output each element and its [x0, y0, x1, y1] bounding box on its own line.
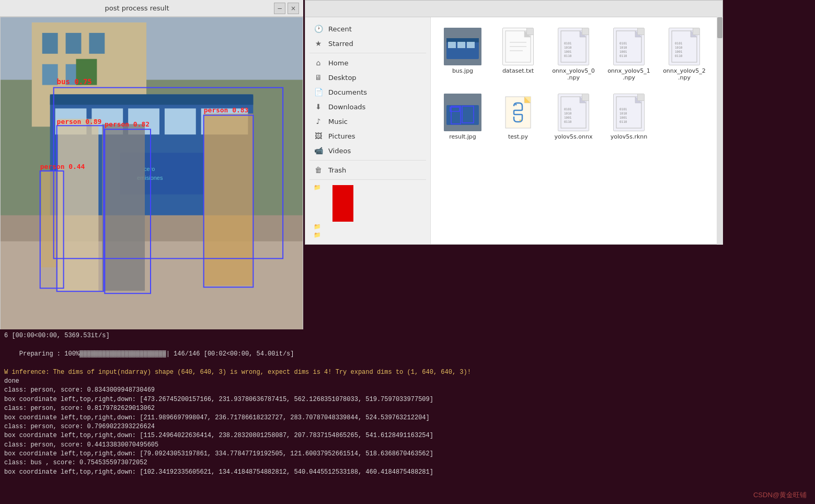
minimize-button[interactable]: −: [274, 3, 285, 14]
svg-text:1010: 1010: [564, 45, 572, 49]
svg-text:0101: 0101: [619, 41, 627, 45]
sidebar-separator-2: [309, 160, 426, 161]
terminal-class-4: class: person, score: 0.4413383007049560…: [4, 441, 811, 450]
svg-text:1010: 1010: [675, 45, 683, 49]
svg-rect-37: [446, 38, 479, 42]
svg-text:bus  0.75: bus 0.75: [57, 77, 92, 86]
terminal: 6 [00:00<00:00, 5369.53it/s] Preparing :…: [0, 329, 815, 504]
file-item-rknn[interactable]: 0101 1010 1001 0110 yolov5s.rknn: [605, 91, 652, 142]
file-grid: bus.jpg dataset.txt: [431, 17, 722, 244]
file-item-onnx[interactable]: 0101 1010 1001 0110 yolov5s.onnx: [550, 91, 597, 142]
svg-text:1001: 1001: [564, 116, 572, 119]
sidebar-item-documents[interactable]: 📄 Documents: [305, 85, 430, 99]
file-item-npy2[interactable]: 0101 1010 1001 0110 onnx_yolov5_2.npy: [661, 26, 708, 83]
svg-marker-80: [580, 97, 586, 103]
sidebar-item-downloads[interactable]: ⬇ Downloads: [305, 99, 430, 114]
file-name-onnx: yolov5s.onnx: [555, 133, 593, 140]
sidebar-item-home[interactable]: ⌂ Home: [305, 55, 430, 70]
svg-text:0101: 0101: [619, 107, 627, 111]
svg-point-76: [515, 104, 517, 106]
sidebar-item-videos[interactable]: 📹 Videos: [305, 143, 430, 158]
fm-scrollbar[interactable]: [717, 17, 723, 245]
file-manager-body: 🕐 Recent ★ Starred ⌂ Home 🖥 Desktop 📄 Do…: [305, 17, 722, 244]
sidebar-label-home: Home: [328, 59, 348, 67]
file-item-bus-jpg[interactable]: bus.jpg: [439, 26, 486, 83]
sidebar-red-square-area: 📁: [305, 182, 430, 222]
sidebar-item-starred[interactable]: ★ Starred: [305, 36, 430, 51]
file-item-test-py[interactable]: test.py: [495, 91, 542, 142]
sidebar-item-trash[interactable]: 🗑 Trash: [305, 163, 430, 177]
csdn-watermark: CSDN@黄金旺铺: [753, 490, 807, 500]
svg-text:person 0.82: person 0.82: [105, 120, 150, 128]
terminal-box-3: box coordinate left,top,right,down: [115…: [4, 431, 811, 440]
svg-text:0101: 0101: [675, 41, 683, 45]
svg-text:1010: 1010: [619, 45, 627, 49]
svg-text:0110: 0110: [619, 120, 627, 123]
window-title: post process result: [0, 4, 274, 12]
svg-rect-40: [467, 42, 475, 48]
sidebar-item-recent[interactable]: 🕐 Recent: [305, 21, 430, 36]
terminal-line-1: 6 [00:00<00:00, 5369.53it/s]: [4, 331, 811, 340]
svg-marker-87: [635, 97, 641, 103]
file-icon-dataset: [502, 28, 534, 65]
file-name-test-py: test.py: [508, 133, 528, 140]
terminal-warning-line: W inference: The dims of input(ndarray) …: [4, 368, 811, 377]
file-item-npy0[interactable]: 0101 1010 1001 0110 onnx_yolov5_0.npy: [550, 26, 597, 83]
sidebar-label-music: Music: [328, 118, 348, 125]
file-item-result-jpg[interactable]: result.jpg: [439, 91, 486, 142]
svg-rect-38: [448, 42, 456, 48]
close-button[interactable]: ×: [288, 3, 299, 14]
svg-text:0110: 0110: [564, 120, 572, 123]
file-name-npy0: onnx_yolov5_0.npy: [552, 67, 595, 81]
file-thumb-result: [444, 94, 481, 131]
svg-text:0101: 0101: [564, 41, 572, 45]
home-icon: ⌂: [314, 59, 323, 67]
svg-rect-3: [42, 33, 58, 54]
file-manager-header: [305, 1, 722, 17]
file-icon-npy0: 0101 1010 1001 0110: [558, 28, 589, 65]
terminal-class-5: class: bus , score: 0.7545355973072052: [4, 459, 811, 467]
title-bar: post process result − ×: [0, 0, 303, 17]
terminal-box-4: box coordinate left,top,right,down: [79.…: [4, 450, 811, 459]
file-name-bus-jpg: bus.jpg: [452, 67, 473, 74]
svg-text:person 0.83: person 0.83: [204, 106, 249, 114]
sidebar-label-documents: Documents: [328, 88, 367, 96]
terminal-progress-line: Preparing : 100%▓▓▓▓▓▓▓▓▓▓▓▓▓▓▓▓▓▓▓▓▓▓▓|…: [4, 340, 811, 368]
file-name-dataset: dataset.txt: [502, 67, 534, 74]
image-canvas: cero emisiones bus 0.75 person 0.89: [1, 17, 303, 333]
sidebar-folder-row-2[interactable]: 📁: [305, 222, 430, 230]
file-item-dataset-txt[interactable]: dataset.txt: [495, 26, 542, 83]
sidebar-label-starred: Starred: [328, 40, 353, 48]
sidebar-label-videos: Videos: [328, 147, 351, 155]
file-manager: 🕐 Recent ★ Starred ⌂ Home 🖥 Desktop 📄 Do…: [305, 0, 723, 245]
svg-text:person 0.44: person 0.44: [40, 163, 85, 170]
starred-icon: ★: [314, 39, 323, 48]
sidebar-item-music[interactable]: ♪ Music: [305, 114, 430, 129]
svg-text:0110: 0110: [619, 54, 627, 58]
fm-scrollbar-thumb[interactable]: [717, 17, 722, 38]
svg-rect-14: [165, 108, 196, 134]
file-item-npy1[interactable]: 0101 1010 1001 0110 onnx_yolov5_1.npy: [605, 26, 652, 83]
sidebar-item-desktop[interactable]: 🖥 Desktop: [305, 70, 430, 85]
sidebar-item-pictures[interactable]: 🖼 Pictures: [305, 129, 430, 143]
file-icon-npy2: 0101 1010 1001 0110: [669, 28, 700, 65]
music-icon: ♪: [314, 117, 323, 125]
sidebar-label-downloads: Downloads: [328, 103, 365, 111]
file-icon-onnx: 0101 1010 1001 0110: [558, 94, 589, 131]
window-controls: − ×: [274, 3, 303, 14]
sidebar-folder-icon-3: 📁: [314, 232, 321, 238]
sidebar-folder-icon-2: 📁: [314, 223, 321, 230]
sidebar-label-desktop: Desktop: [328, 74, 357, 82]
terminal-box-1: box coordinate left,top,right,down: [473…: [4, 395, 811, 404]
red-folder-indicator: [332, 185, 353, 222]
terminal-class-1: class: person, score: 0.8343009948730469: [4, 386, 811, 395]
sidebar-label-trash: Trash: [328, 166, 346, 174]
svg-rect-6: [42, 64, 58, 85]
svg-marker-63: [691, 31, 697, 37]
detection-overlay: cero emisiones bus 0.75 person 0.89: [1, 17, 303, 333]
svg-rect-4: [66, 33, 82, 54]
svg-text:1001: 1001: [619, 116, 627, 119]
file-icon-py: [502, 94, 534, 131]
sidebar-folder-row-3[interactable]: 📁: [305, 230, 430, 238]
svg-rect-39: [457, 42, 465, 48]
